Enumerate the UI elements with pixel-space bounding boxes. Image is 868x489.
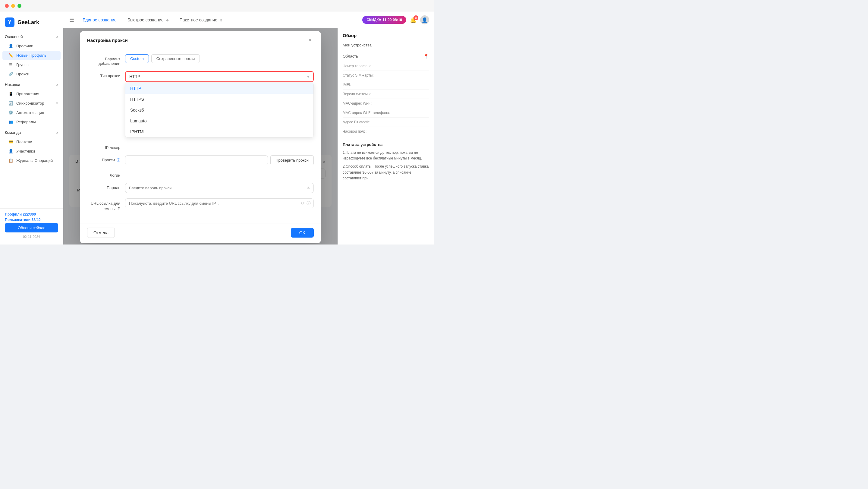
sidebar-item-label: Группы	[16, 62, 29, 67]
info-key: MAC-адрес Wi-Fi:	[343, 101, 372, 105]
dropdown-item-socks5[interactable]: Socks5	[125, 104, 313, 116]
proxy-input[interactable]	[125, 155, 268, 165]
sidebar-group-main: Основной ∧ 👤 Профили ✏️ Новый Профиль ☰ …	[0, 32, 63, 79]
url-row: URL ссылка для смены IP ⟳ ⓘ	[87, 198, 314, 212]
sidebar-group-main-header[interactable]: Основной ∧	[0, 32, 63, 41]
sidebar-group-findings-label: Находки	[5, 82, 20, 87]
tab-label: Быстрое создание	[127, 18, 164, 22]
users-stat: Пользователи 38/40	[5, 218, 58, 222]
info-key: Статус SIM-карты:	[343, 73, 374, 78]
info-row: Версия системы:	[343, 90, 429, 99]
user-avatar[interactable]: 👤	[420, 16, 429, 24]
content-area: ☰ Единое создание Быстрое создание ⊕ Пак…	[63, 12, 434, 245]
top-header-right: СКИДКА 11:09-08:10 🔔 0 👤	[358, 16, 434, 24]
payment-text-2: 2.Способ оплаты: После успешного запуска…	[343, 164, 429, 181]
sidebar-item-referrals[interactable]: 👥 Рефералы	[0, 117, 63, 127]
top-nav-wrapper: ☰ Единое создание Быстрое создание ⊕ Пак…	[63, 12, 434, 28]
variant-custom-button[interactable]: Custom	[125, 54, 149, 63]
info-rows: Номер телефона: Статус SIM-карты: IMEI: …	[343, 61, 429, 136]
sidebar-item-groups[interactable]: ☰ Группы	[0, 60, 63, 69]
sidebar-item-sync[interactable]: 🔄 Синхронизатор ⊕	[0, 99, 63, 108]
tab-label: Пакетное создание	[180, 18, 217, 22]
dialog-title: Настройка прокси	[87, 38, 128, 43]
right-sidebar: Обзор Мои устройства Область 📍 Номер тел…	[338, 28, 434, 245]
tab-quick-create[interactable]: Быстрое создание ⊕	[123, 15, 174, 25]
proxy-type-label: Тип прокси	[87, 71, 120, 78]
notification-badge: 0	[413, 16, 418, 20]
sidebar-item-label: Новый Профиль	[16, 53, 46, 58]
proxy-type-control: HTTP ∨ HTTP HTTPS Socks5 Lumauto	[125, 71, 314, 137]
ip-checker-label-text: IP-чекер	[105, 145, 120, 150]
sidebar: Y GeeLark Основной ∧ 👤 Профили ✏️ Новый …	[0, 12, 63, 245]
tag-icon: ⊕	[166, 19, 169, 22]
titlebar	[0, 0, 434, 12]
variant-label: Вариант добавления	[87, 54, 120, 66]
variant-saved-button[interactable]: Сохраненные прокси	[151, 54, 200, 63]
info-key: MAC-адрес Wi-Fi телефона:	[343, 111, 390, 115]
refresh-icon[interactable]: ⟳	[301, 201, 305, 206]
password-input[interactable]	[125, 183, 314, 193]
sidebar-logo: Y GeeLark	[0, 14, 63, 32]
proxy-type-label-text: Тип прокси	[100, 73, 120, 78]
proxy-input-row: Проверить прокси	[125, 155, 314, 165]
info-row: Статус SIM-карты:	[343, 71, 429, 80]
promo-badge[interactable]: СКИДКА 11:09-08:10	[362, 16, 406, 24]
sidebar-group-team-label: Команда	[5, 130, 21, 135]
tab-single-create[interactable]: Единое создание	[78, 15, 121, 25]
hamburger-icon[interactable]: ☰	[69, 17, 74, 23]
tab-batch-create[interactable]: Пакетное создание ⊕	[175, 15, 227, 25]
login-label-text: Логин	[110, 173, 120, 178]
proxy-type-value: HTTP	[129, 74, 141, 79]
profiles-stat: Профили 222/300	[5, 212, 58, 216]
dialog-close-button[interactable]: ×	[307, 36, 314, 44]
sidebar-date: 02-11-2024	[5, 235, 58, 239]
region-label: Область	[343, 54, 358, 59]
user-icon: 👤	[8, 44, 13, 48]
dialog-body: Вариант добавления Custom Сохраненные пр…	[80, 48, 321, 223]
sidebar-item-logs[interactable]: 📋 Журналы Операций	[0, 156, 63, 165]
maximize-button[interactable]	[18, 4, 22, 8]
dropdown-item-lumauto[interactable]: Lumauto	[125, 116, 313, 126]
login-row: Логин	[87, 171, 314, 178]
password-row: Пароль 👁	[87, 183, 314, 193]
info-icon: ⓘ	[307, 201, 311, 206]
dialog-header: Настройка прокси ×	[80, 31, 321, 48]
upgrade-button[interactable]: Обнови сейчас	[5, 223, 58, 233]
main-split: Настройка прокси × Вариант добавления	[63, 28, 434, 245]
check-proxy-button[interactable]: Проверить прокси	[270, 155, 314, 165]
dropdown-item-iphtml[interactable]: IPHTML	[125, 126, 313, 137]
sidebar-item-payments[interactable]: 💳 Платежи	[0, 137, 63, 147]
proxy-field-label: Прокси ⓘ	[87, 155, 120, 163]
payments-icon: 💳	[8, 140, 13, 144]
variant-control: Custom Сохраненные прокси	[125, 54, 314, 63]
sidebar-item-members[interactable]: 👤 Участники	[0, 147, 63, 156]
eye-icon: 👁	[307, 186, 311, 190]
sidebar-item-label: Профили	[16, 44, 33, 48]
cancel-button[interactable]: Отмена	[87, 227, 115, 238]
proxy-type-dropdown[interactable]: HTTP ∨	[125, 71, 314, 82]
sidebar-group-findings-header[interactable]: Находки ∧	[0, 80, 63, 89]
dropdown-item-http[interactable]: HTTP	[125, 83, 313, 94]
chevron-up-icon: ∧	[56, 83, 58, 86]
sidebar-item-label: Приложения	[16, 92, 39, 96]
notification-icon[interactable]: 🔔 0	[410, 17, 416, 23]
chevron-up-icon: ∧	[56, 131, 58, 134]
sidebar-item-new-profile[interactable]: ✏️ Новый Профиль	[2, 51, 61, 60]
close-button[interactable]	[5, 4, 9, 8]
sidebar-item-label: Прокси	[16, 72, 29, 76]
sidebar-item-apps[interactable]: 📱 Приложения	[0, 89, 63, 99]
password-control: 👁	[125, 183, 314, 193]
sidebar-item-profiles[interactable]: 👤 Профили	[0, 41, 63, 51]
edit-icon: ✏️	[8, 53, 13, 58]
logs-icon: 📋	[8, 158, 13, 163]
logo-text: GeeLark	[18, 19, 39, 26]
sidebar-item-automation[interactable]: ⚙️ Автоматизация	[0, 108, 63, 117]
dropdown-item-https[interactable]: HTTPS	[125, 94, 313, 104]
sidebar-group-team-header[interactable]: Команда ∧	[0, 128, 63, 137]
url-input[interactable]	[125, 198, 314, 208]
sidebar-item-proxy[interactable]: 🔗 Прокси	[0, 69, 63, 79]
minimize-button[interactable]	[11, 4, 15, 8]
ip-checker-row: IP-чекер	[87, 143, 314, 150]
sidebar-group-team: Команда ∧ 💳 Платежи 👤 Участники 📋 Журнал…	[0, 128, 63, 165]
ok-button[interactable]: OK	[291, 228, 314, 238]
